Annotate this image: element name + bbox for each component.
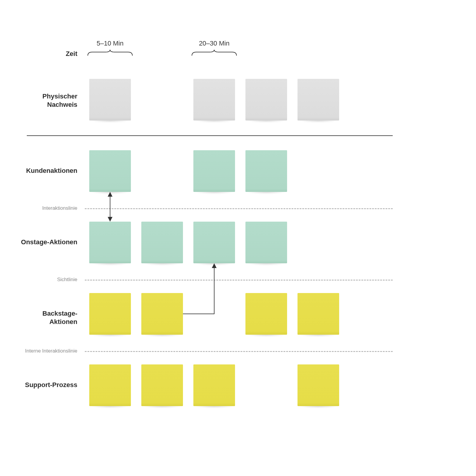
row-label-support: Support-Prozess	[18, 381, 77, 389]
brace-icon-2	[190, 49, 238, 57]
divider-solid	[27, 135, 393, 136]
arrow-elbow	[183, 263, 222, 317]
row-label-backstage: Backstage-Aktionen	[18, 309, 77, 326]
sticky-note[interactable]	[193, 79, 235, 120]
sticky-note[interactable]	[193, 150, 235, 192]
sticky-note[interactable]	[193, 222, 235, 263]
sticky-note[interactable]	[245, 79, 287, 120]
sticky-note[interactable]	[298, 79, 339, 120]
sticky-note[interactable]	[298, 293, 339, 335]
label-sichtlinie: Sichtlinie	[18, 277, 77, 283]
divider-interne-interaktionslinie	[85, 351, 393, 352]
sticky-note[interactable]	[89, 222, 131, 263]
sticky-note[interactable]	[141, 364, 183, 406]
time-label-1: 5–10 Min	[97, 40, 124, 47]
arrow-double-vertical	[107, 192, 114, 222]
sticky-note[interactable]	[245, 150, 287, 192]
blueprint-canvas: Zeit Physischer Nachweis Kundenaktionen …	[0, 0, 476, 476]
row-label-onstage: Onstage-Aktionen	[18, 238, 77, 246]
sticky-note[interactable]	[89, 293, 131, 335]
sticky-note[interactable]	[141, 222, 183, 263]
row-label-kundenaktionen: Kundenaktionen	[18, 167, 77, 175]
sticky-note[interactable]	[89, 150, 131, 192]
sticky-note[interactable]	[245, 222, 287, 263]
label-interne-interaktionslinie: Interne Interaktionslinie	[18, 348, 77, 354]
sticky-note[interactable]	[89, 79, 131, 120]
sticky-note[interactable]	[298, 364, 339, 406]
brace-icon-1	[86, 49, 134, 57]
time-label-2: 20–30 Min	[199, 40, 230, 47]
sticky-note[interactable]	[89, 364, 131, 406]
row-label-zeit: Zeit	[18, 50, 77, 58]
sticky-note[interactable]	[245, 293, 287, 335]
row-label-physischer-nachweis: Physischer Nachweis	[18, 92, 77, 109]
divider-sichtlinie	[85, 280, 393, 281]
divider-interaktionslinie	[85, 208, 393, 209]
label-interaktionslinie: Interaktionslinie	[18, 205, 77, 211]
sticky-note[interactable]	[193, 364, 235, 406]
sticky-note[interactable]	[141, 293, 183, 335]
